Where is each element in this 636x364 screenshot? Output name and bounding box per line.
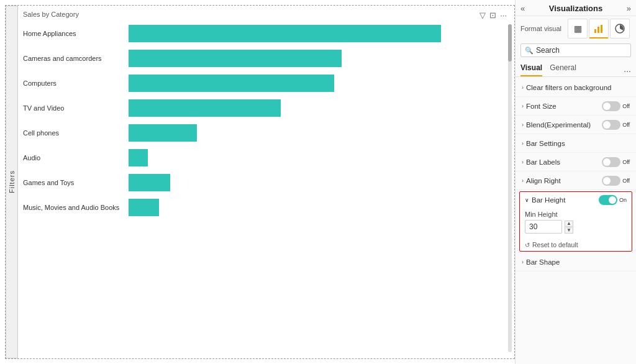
chevron-icon: › (522, 122, 524, 128)
setting-row-clear-filters[interactable]: ›Clear filters on background (516, 78, 636, 97)
bar-track (129, 124, 509, 142)
setting-label-text: Bar Labels (526, 158, 560, 166)
bar-height-toggle-thumb (609, 196, 616, 204)
panel-header: « Visualizations » (516, 0, 636, 16)
spinner-up-btn[interactable]: ▲ (565, 221, 573, 227)
toggle-track[interactable] (602, 101, 620, 111)
bar-fill[interactable] (129, 25, 441, 42)
toggle-font-size[interactable]: Off (602, 101, 630, 111)
bar-height-toggle-label: On (619, 197, 627, 203)
bar-height-header[interactable]: ∨Bar HeightOn (520, 192, 632, 208)
svg-rect-2 (601, 25, 602, 33)
setting-label: ›Clear filters on background (522, 84, 611, 91)
bar-track (129, 75, 509, 92)
spinner-down-btn[interactable]: ▼ (565, 227, 573, 234)
chevron-icon: › (522, 178, 524, 184)
settings-list: ›Clear filters on background›Font SizeOf… (516, 77, 636, 364)
toggle-thumb (603, 158, 611, 166)
bar-fill[interactable] (129, 199, 159, 216)
bar-height-toggle-track[interactable] (599, 195, 617, 205)
setting-label-text: Clear filters on background (526, 84, 611, 91)
chevron-icon: › (522, 84, 524, 91)
bar-fill[interactable] (129, 174, 170, 191)
bar-height-toggle[interactable]: On (599, 195, 627, 205)
chevron-icon: › (522, 103, 524, 109)
bar-fill[interactable] (129, 50, 342, 67)
bar-track (129, 25, 509, 42)
toggle-blend[interactable]: Off (602, 120, 630, 130)
chevron-icon: › (522, 159, 524, 165)
bar-label: Computers (23, 80, 129, 87)
setting-label-text: Align Right (526, 177, 561, 184)
search-input[interactable] (536, 46, 627, 55)
min-height-label: Min Height (525, 211, 627, 218)
bar-row: Music, Movies and Audio Books (23, 197, 509, 218)
bar-track (129, 199, 509, 216)
toggle-bar-labels[interactable]: Off (602, 157, 630, 167)
setting-row-font-size[interactable]: ›Font SizeOff (516, 97, 636, 116)
expand-icon[interactable]: ⊡ (489, 11, 496, 20)
setting-label: ›Font Size (522, 102, 556, 110)
table-icon-btn[interactable]: ▦ (568, 19, 588, 39)
bar-fill[interactable] (129, 75, 334, 92)
tab-visual[interactable]: Visual (520, 61, 542, 76)
setting-label: ›Align Right (522, 177, 561, 184)
reset-icon: ↺ (525, 242, 530, 248)
toggle-label: Off (622, 122, 630, 128)
bar-track (129, 174, 509, 191)
collapse-left-icon[interactable]: « (520, 4, 525, 13)
spinner-btns: ▲▼ (565, 221, 573, 234)
bar-row: Audio (23, 147, 509, 168)
bar-label: Cameras and camcorders (23, 55, 129, 62)
toggle-thumb (603, 177, 611, 184)
bar-row: TV and Video (23, 98, 509, 119)
setting-row-bar-shape[interactable]: ›Bar Shape (516, 253, 636, 271)
setting-row-blend[interactable]: ›Blend(Experimental)Off (516, 116, 636, 134)
filters-tab[interactable]: Filters (6, 6, 18, 358)
right-panel: « Visualizations » Format visual ▦ (515, 0, 636, 364)
setting-row-align-right[interactable]: ›Align RightOff (516, 171, 636, 190)
bar-fill[interactable] (129, 99, 281, 117)
toggle-thumb (603, 102, 611, 110)
chart-scrollbar[interactable] (508, 24, 512, 352)
toggle-track[interactable] (602, 176, 620, 186)
chart-header-icons: ▽ ⊡ ··· (479, 11, 507, 20)
bar-shape-label: Bar Shape (526, 258, 560, 266)
reset-to-default-link[interactable]: ↺Reset to default (520, 239, 632, 251)
bar-label: Games and Toys (23, 179, 129, 186)
bar-row: Home Appliances (23, 23, 509, 44)
search-icon: 🔍 (525, 47, 534, 55)
analytics-icon-btn[interactable] (610, 19, 630, 39)
chart-scrollbar-thumb[interactable] (508, 24, 512, 61)
toggle-track[interactable] (602, 120, 620, 130)
more-icon[interactable]: ··· (500, 11, 507, 20)
toggle-track[interactable] (602, 157, 620, 167)
filter-icon[interactable]: ▽ (479, 11, 486, 20)
bar-fill[interactable] (129, 149, 148, 166)
chart-title: Sales by Category (23, 11, 509, 18)
svg-rect-1 (597, 27, 599, 33)
min-height-input[interactable] (525, 220, 562, 234)
setting-row-bar-labels[interactable]: ›Bar LabelsOff (516, 153, 636, 171)
bar-label: Cell phones (23, 129, 129, 137)
setting-label: ›Bar Labels (522, 158, 560, 166)
bar-label: Music, Movies and Audio Books (23, 204, 129, 211)
setting-row-bar-settings[interactable]: ›Bar Settings (516, 134, 636, 153)
format-icon-group: ▦ (568, 19, 630, 39)
bar-track (129, 50, 509, 67)
bar-height-chevron-icon: ∨ (525, 197, 529, 203)
bar-label: Home Appliances (23, 30, 129, 37)
format-visual-row: Format visual ▦ (516, 16, 636, 41)
chart-icon-btn[interactable] (589, 19, 609, 39)
bar-row: Cameras and camcorders (23, 48, 509, 69)
tab-more-icon[interactable]: ... (624, 64, 631, 74)
tab-general[interactable]: General (550, 61, 576, 76)
toggle-align-right[interactable]: Off (602, 176, 630, 186)
tabs-row: Visual General ... (516, 60, 636, 77)
bar-height-body: Min Height▲▼ (520, 208, 632, 239)
bar-label: Audio (23, 154, 129, 162)
expand-right-icon[interactable]: » (627, 4, 631, 13)
panel-title: Visualizations (549, 4, 602, 13)
bar-fill[interactable] (129, 124, 197, 142)
setting-label-text: Font Size (526, 102, 556, 110)
